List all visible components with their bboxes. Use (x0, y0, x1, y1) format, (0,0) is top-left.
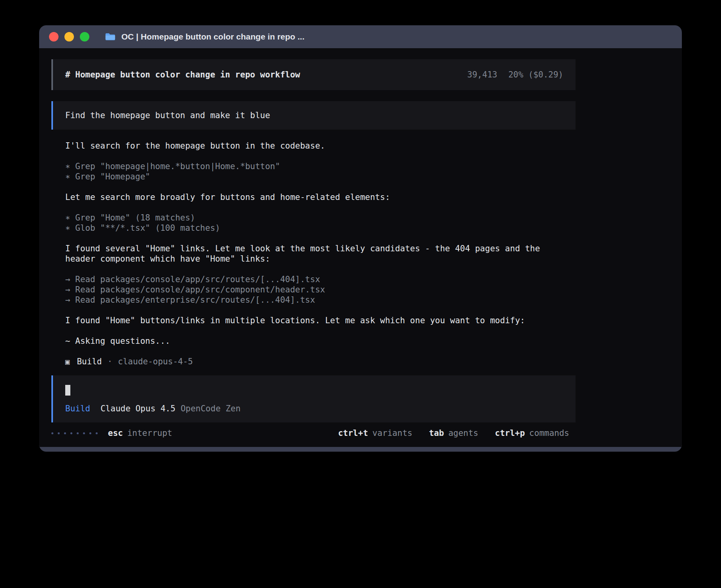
titlebar[interactable]: OC | Homepage button color change in rep… (39, 25, 682, 48)
hint-variants: ctrl+t variants (338, 428, 412, 438)
assistant-text: Let me search more broadly for buttons a… (65, 192, 559, 202)
hint-label-interrupt: interrupt (127, 428, 172, 438)
minimize-button[interactable] (64, 32, 74, 41)
hint-label-commands: commands (529, 428, 569, 438)
blank-line (65, 202, 576, 213)
mode-provider-label: OpenCode Zen (181, 403, 241, 414)
spinner-dots (51, 432, 98, 434)
tool-call-read: → Read packages/enterprise/src/routes/[.… (65, 295, 559, 305)
assistant-status-text: ~ Asking questions... (65, 336, 559, 346)
hint-key-ctrl-p: ctrl+p (495, 428, 525, 438)
hint-key-tab: tab (429, 428, 444, 438)
blank-line (65, 326, 576, 336)
close-button[interactable] (49, 32, 59, 41)
token-count: 39,413 (467, 70, 497, 80)
agent-status-row: ▣ Build · claude-opus-4-5 (65, 356, 576, 367)
hint-key-esc: esc (108, 428, 123, 438)
hint-key-ctrl-t: ctrl+t (338, 428, 368, 438)
hint-interrupt: esc interrupt (108, 428, 172, 438)
agent-model: claude-opus-4-5 (118, 356, 193, 367)
blank-line (65, 233, 576, 243)
blank-line (65, 346, 576, 356)
mode-agent-badge[interactable]: Build (65, 403, 90, 414)
keyboard-hints: ctrl+t variants tab agents ctrl+p comman… (338, 428, 569, 438)
terminal-window: OC | Homepage button color change in rep… (39, 25, 682, 452)
folder-icon (105, 32, 116, 41)
agent-name: Build (77, 356, 102, 367)
tool-call-read: → Read packages/console/app/src/routes/[… (65, 274, 559, 285)
hint-commands: ctrl+p commands (495, 428, 569, 438)
tool-call-grep: ∗ Grep "Home" (18 matches) (65, 213, 559, 223)
text-cursor (65, 385, 70, 396)
assistant-transcript: I'll search for the homepage button in t… (51, 141, 576, 367)
blank-line (65, 151, 576, 161)
mode-model-label: Claude Opus 4.5 (100, 403, 176, 414)
agent-icon: ▣ (65, 356, 70, 367)
tool-call-glob: ∗ Glob "**/*.tsx" (100 matches) (65, 223, 559, 233)
session-title: # Homepage button color change in repo w… (65, 70, 300, 80)
session-header: # Homepage button color change in repo w… (51, 59, 576, 90)
hint-agents: tab agents (429, 428, 478, 438)
blank-line (65, 182, 576, 192)
hint-label-agents: agents (448, 428, 478, 438)
terminal-content: # Homepage button color change in repo w… (39, 48, 682, 447)
assistant-text: I found "Home" buttons/links in multiple… (65, 315, 559, 326)
user-message-text: Find the homepage button and make it blu… (65, 110, 270, 121)
tool-call-grep: ∗ Grep "homepage|home.*button|Home.*butt… (65, 161, 559, 172)
window-title: OC | Homepage button color change in rep… (121, 32, 304, 41)
separator-dot: · (108, 356, 113, 367)
tool-call-grep: ∗ Grep "Homepage" (65, 172, 559, 182)
tool-call-read: → Read packages/console/app/src/componen… (65, 285, 559, 295)
context-cost: 20% ($0.29) (508, 70, 563, 80)
blank-line (65, 264, 576, 274)
user-message: Find the homepage button and make it blu… (51, 101, 576, 130)
blank-line (65, 305, 576, 315)
input-mode-row: Build Claude Opus 4.5 OpenCode Zen (65, 403, 563, 414)
prompt-input[interactable]: Build Claude Opus 4.5 OpenCode Zen (51, 375, 576, 422)
zoom-button[interactable] (80, 32, 89, 41)
assistant-text: I found several "Home" links. Let me loo… (65, 243, 559, 264)
assistant-text: I'll search for the homepage button in t… (65, 141, 559, 151)
statusbar: esc interrupt ctrl+t variants tab agents… (51, 428, 576, 438)
hint-label-variants: variants (372, 428, 412, 438)
